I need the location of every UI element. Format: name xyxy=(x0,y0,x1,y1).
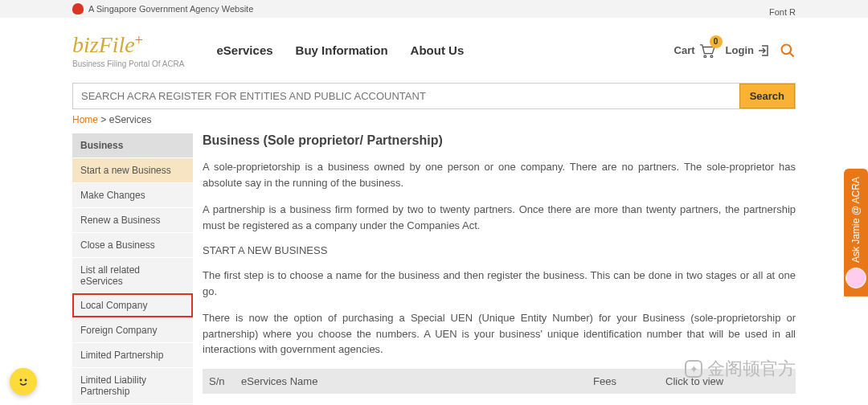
col-name: eServices Name xyxy=(235,369,587,394)
login-icon xyxy=(757,44,770,57)
ask-jamie-tab[interactable]: Ask Jamie @ ACRA xyxy=(844,169,868,297)
lion-icon xyxy=(72,3,84,14)
jamie-avatar-icon xyxy=(845,268,866,288)
section-start-business: START A NEW BUSINESS xyxy=(203,244,796,256)
sidebar-item-foreign-company[interactable]: Foreign Company xyxy=(72,317,193,342)
sidebar-item-limited-partnership[interactable]: Limited Partnership xyxy=(72,342,193,367)
intro-para-2: A partnership is a business firm formed … xyxy=(203,202,796,233)
breadcrumb-home[interactable]: Home xyxy=(72,114,98,125)
breadcrumb: Home > eServices xyxy=(72,114,796,125)
table-section: START A NEW BUSINESS xyxy=(203,394,796,406)
col-sn: S/n xyxy=(203,369,235,394)
search-bar: Search xyxy=(72,83,796,109)
search-button[interactable]: Search xyxy=(739,84,795,108)
svg-point-3 xyxy=(20,379,23,382)
para-3: The first step is to choose a name for t… xyxy=(203,268,796,299)
feedback-smiley-button[interactable] xyxy=(10,368,37,395)
logo-subtitle: Business Filing Portal Of ACRA xyxy=(72,59,185,68)
col-fees: Fees xyxy=(587,369,659,394)
login-button[interactable]: Login xyxy=(726,44,770,57)
nav-eservices[interactable]: eServices xyxy=(217,43,273,57)
para-4: There is now the option of purchasing a … xyxy=(203,310,796,358)
svg-point-0 xyxy=(704,55,706,57)
cart-badge: 0 xyxy=(710,35,723,48)
search-icon[interactable] xyxy=(780,43,796,59)
sidebar-head-business[interactable]: Business xyxy=(72,133,193,158)
font-resizer[interactable]: Font R xyxy=(769,7,796,17)
eservices-table: S/n eServices Name Fees Click to view ST… xyxy=(203,369,796,406)
page-title: Business (Sole proprietor/ Partnership) xyxy=(203,133,796,148)
bizfile-logo[interactable]: bizFile+ Business Filing Portal Of ACRA xyxy=(72,32,185,68)
intro-para-1: A sole-proprietorship is a business owne… xyxy=(203,159,796,190)
sidebar-item-start-business[interactable]: Start a new Business xyxy=(72,158,193,182)
sidebar-item-renew-business[interactable]: Renew a Business xyxy=(72,207,193,232)
nav-buy-information[interactable]: Buy Information xyxy=(296,43,388,57)
cart-button[interactable]: Cart 0 xyxy=(674,43,716,58)
sidebar-item-list-eservices[interactable]: List all related eServices xyxy=(72,257,193,293)
cart-icon: 0 xyxy=(698,43,716,58)
svg-point-2 xyxy=(782,44,792,54)
col-click: Click to view xyxy=(659,369,796,394)
nav-about-us[interactable]: About Us xyxy=(411,43,465,57)
sidebar: Business Start a new Business Make Chang… xyxy=(72,133,193,405)
sidebar-item-close-business[interactable]: Close a Business xyxy=(72,232,193,257)
gov-text: A Singapore Government Agency Website xyxy=(88,4,253,14)
breadcrumb-current: eServices xyxy=(109,114,152,125)
svg-point-4 xyxy=(25,379,27,382)
search-input[interactable] xyxy=(73,84,739,108)
sidebar-item-local-company[interactable]: Local Company xyxy=(72,293,193,317)
sidebar-item-make-changes[interactable]: Make Changes xyxy=(72,182,193,207)
sidebar-item-llp[interactable]: Limited Liability Partnership xyxy=(72,367,193,403)
svg-point-1 xyxy=(710,55,713,57)
